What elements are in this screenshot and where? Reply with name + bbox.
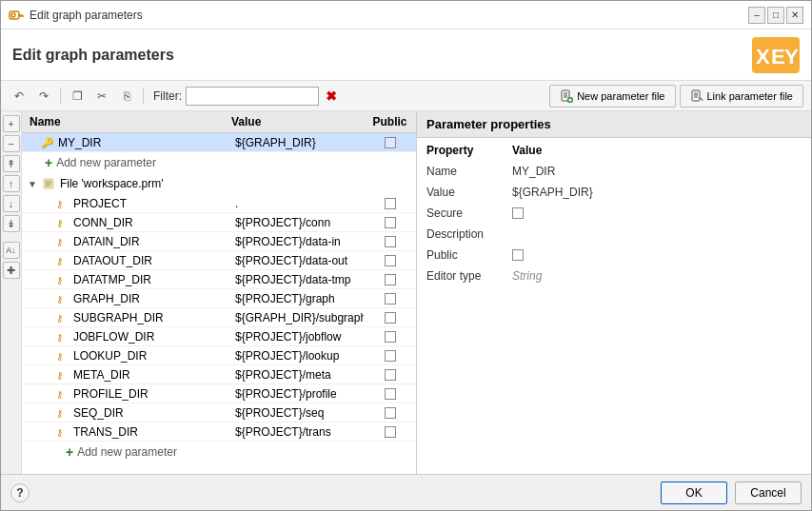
col-name-header: Name xyxy=(22,115,231,128)
public-checkbox[interactable] xyxy=(385,293,396,305)
table-row[interactable]: ⚷ PROJECT . xyxy=(22,194,416,213)
add-param-row-file[interactable]: + Add new parameter xyxy=(22,442,416,462)
public-checkbox[interactable] xyxy=(385,426,396,438)
table-row[interactable]: ⚷ PROFILE_DIR ${PROJECT}/profile xyxy=(22,384,416,403)
add-param-icon: + xyxy=(45,155,52,170)
add-param-file-label: Add new parameter xyxy=(77,445,177,459)
table-row[interactable]: ⚷ DATAOUT_DIR ${PROJECT}/data-out xyxy=(22,251,416,270)
public-prop-checkbox[interactable] xyxy=(512,249,524,261)
table-row[interactable]: ⚷ SEQ_DIR ${PROJECT}/seq xyxy=(22,403,416,423)
file-row-name: ▼ File 'workspace.prm' xyxy=(22,175,231,192)
svg-text:⚷: ⚷ xyxy=(56,275,63,285)
cut-button[interactable]: ✂ xyxy=(91,86,112,107)
svg-text:X: X xyxy=(756,45,770,69)
public-checkbox[interactable] xyxy=(385,331,396,343)
svg-text:Y: Y xyxy=(784,45,799,69)
row-name: ⚷ GRAPH_DIR xyxy=(22,290,231,307)
param-key-icon: ⚷ xyxy=(56,407,69,419)
close-button[interactable]: ✕ xyxy=(786,7,803,24)
row-value: ${GRAPH_DIR} xyxy=(231,134,364,151)
table-row[interactable]: ⚷ GRAPH_DIR ${PROJECT}/graph xyxy=(22,289,416,308)
maximize-button[interactable]: □ xyxy=(767,7,784,24)
svg-text:⚷: ⚷ xyxy=(56,389,63,400)
row-value: ${GRAPH_DIR}/subgraph xyxy=(231,309,364,326)
public-checkbox[interactable] xyxy=(385,236,396,247)
row-value: ${PROJECT}/meta xyxy=(231,366,364,383)
paste-button[interactable]: ⎘ xyxy=(116,86,137,107)
row-value: ${PROJECT}/data-out xyxy=(231,252,364,269)
add-param-row[interactable]: + Add new parameter xyxy=(22,152,416,173)
title-bar-controls: – □ ✕ xyxy=(748,7,803,24)
public-checkbox[interactable] xyxy=(385,255,396,266)
prop-secure-value xyxy=(512,207,802,219)
undo-button[interactable]: ↶ xyxy=(9,86,30,107)
remove-item-button[interactable]: − xyxy=(3,135,20,152)
footer: ? OK Cancel xyxy=(1,474,811,510)
table-row[interactable]: ⚷ META_DIR ${PROJECT}/meta xyxy=(22,365,416,384)
param-key-icon: ⚷ xyxy=(56,274,69,285)
title-bar-text: Edit graph parameters xyxy=(30,9,143,22)
move-down-bottom-button[interactable]: ↡ xyxy=(3,215,20,232)
prop-description-row: Description xyxy=(426,224,802,245)
cancel-button[interactable]: Cancel xyxy=(735,482,802,504)
minimize-button[interactable]: – xyxy=(748,7,765,24)
svg-text:⚷: ⚷ xyxy=(56,199,63,209)
page-title: Edit graph parameters xyxy=(12,47,174,64)
public-checkbox[interactable] xyxy=(385,217,396,228)
table-row[interactable]: ⚷ JOBFLOW_DIR ${PROJECT}/jobflow xyxy=(22,327,416,346)
prop-editor-type-label: Editor type xyxy=(426,269,512,283)
public-checkbox[interactable] xyxy=(385,137,396,148)
redo-button[interactable]: ↷ xyxy=(33,86,54,107)
public-checkbox[interactable] xyxy=(385,369,396,381)
public-checkbox[interactable] xyxy=(385,350,396,362)
move-up-button[interactable]: ↑ xyxy=(3,175,20,192)
public-checkbox[interactable] xyxy=(385,407,396,419)
filter-input[interactable] xyxy=(186,87,319,106)
table-row[interactable]: ⚷ TRANS_DIR ${PROJECT}/trans xyxy=(22,423,416,442)
public-checkbox[interactable] xyxy=(385,312,396,324)
public-checkbox[interactable] xyxy=(385,388,396,400)
table-row[interactable]: ⚷ DATAIN_DIR ${PROJECT}/data-in xyxy=(22,232,416,251)
title-bar: Edit graph parameters – □ ✕ xyxy=(1,1,811,29)
toolbar: ↶ ↷ ❐ ✂ ⎘ Filter: ✖ xyxy=(1,81,811,111)
prop-header-row: Property Value xyxy=(426,144,802,157)
table-row[interactable]: ⚷ SUBGRAPH_DIR ${GRAPH_DIR}/subgraph xyxy=(22,308,416,327)
file-row-value xyxy=(231,182,364,186)
table-header: Name Value Public xyxy=(22,111,416,133)
filter-label: Filter: xyxy=(153,89,182,103)
ok-button[interactable]: OK xyxy=(661,482,727,504)
move-up-top-button[interactable]: ↟ xyxy=(3,155,20,172)
table-row[interactable]: ⚷ DATATMP_DIR ${PROJECT}/data-tmp xyxy=(22,270,416,289)
table-row[interactable]: ⚷ LOOKUP_DIR ${PROJECT}/lookup xyxy=(22,346,416,365)
table-row[interactable]: ⚷ CONN_DIR ${PROJECT}/conn xyxy=(22,213,416,232)
table-row[interactable]: 🔑 MY_DIR ${GRAPH_DIR} xyxy=(22,133,416,152)
move-down-button[interactable]: ↓ xyxy=(3,195,20,212)
svg-text:⚷: ⚷ xyxy=(56,370,63,381)
add-plus-button[interactable]: ✚ xyxy=(3,262,20,279)
main-content: + − ↟ ↑ ↓ ↡ A↓ ✚ Name Value Public xyxy=(1,111,811,474)
row-public xyxy=(364,407,416,419)
prop-secure-row: Secure xyxy=(426,203,802,224)
public-checkbox[interactable] xyxy=(385,274,396,285)
row-name: ⚷ PROJECT xyxy=(22,195,231,212)
secure-checkbox[interactable] xyxy=(512,207,524,219)
sort-az-button[interactable]: A↓ xyxy=(3,242,20,259)
file-row[interactable]: ▼ File 'workspace.prm' xyxy=(22,173,416,194)
filter-clear-button[interactable]: ✖ xyxy=(323,88,340,105)
svg-text:E: E xyxy=(771,45,785,69)
app-icon xyxy=(9,8,24,23)
link-parameter-file-button[interactable]: Link parameter file xyxy=(680,85,804,108)
svg-text:⚷: ⚷ xyxy=(56,351,63,362)
help-button[interactable]: ? xyxy=(10,483,30,502)
row-public xyxy=(364,312,416,324)
row-value: ${PROJECT}/jobflow xyxy=(231,328,364,345)
public-checkbox[interactable] xyxy=(385,198,396,209)
row-public xyxy=(364,350,416,362)
new-parameter-file-button[interactable]: New parameter file xyxy=(549,85,675,108)
row-public xyxy=(364,331,416,343)
add-item-button[interactable]: + xyxy=(3,115,20,132)
svg-text:🔑: 🔑 xyxy=(41,137,54,148)
copy-button[interactable]: ❐ xyxy=(67,86,88,107)
svg-text:⚷: ⚷ xyxy=(56,408,63,419)
param-key-icon: ⚷ xyxy=(56,293,69,305)
